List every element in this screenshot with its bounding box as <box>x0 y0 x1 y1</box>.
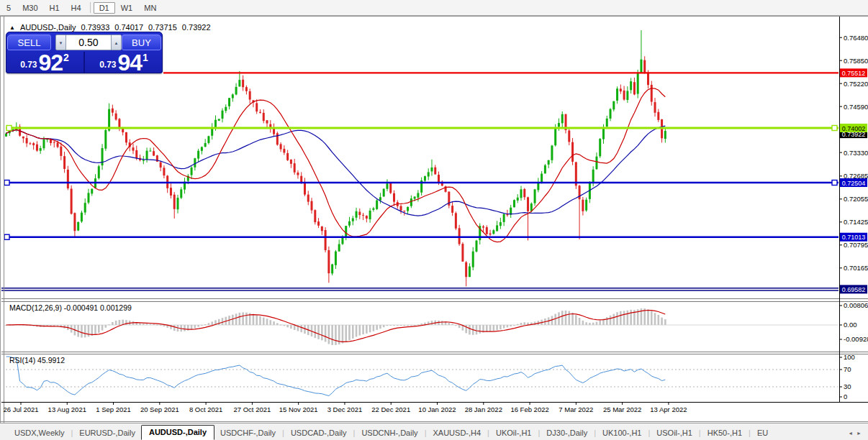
svg-text:26 Jul 2021: 26 Jul 2021 <box>3 405 38 413</box>
svg-text:0.75220: 0.75220 <box>844 80 868 88</box>
svg-text:25 Mar 2022: 25 Mar 2022 <box>603 405 641 413</box>
symbol-tab-USDCNH-Daily[interactable]: USDCNH-,Daily <box>356 426 423 440</box>
symbol-tab-EU[interactable]: EU <box>751 426 774 440</box>
symbol-tab-UK100-H1[interactable]: UK100-,H1 <box>597 426 647 440</box>
svg-text:10 Jan 2022: 10 Jan 2022 <box>418 405 456 413</box>
symbol-tab-UKOil-H1[interactable]: UKOil-,H1 <box>490 426 538 440</box>
svg-text:0.71013: 0.71013 <box>842 234 866 241</box>
svg-text:13 Apr 2022: 13 Apr 2022 <box>650 405 687 413</box>
sell-price-sup: 2 <box>63 52 69 63</box>
svg-text:70: 70 <box>844 365 851 373</box>
buy-button[interactable]: BUY <box>122 35 161 50</box>
svg-text:0.73330: 0.73330 <box>844 149 868 157</box>
svg-text:0.00: 0.00 <box>844 321 857 329</box>
symbol-tab-USDCHF-Daily[interactable]: USDCHF-,Daily <box>214 426 281 440</box>
svg-text:0.72504: 0.72504 <box>842 180 866 187</box>
spread-decrease-button[interactable]: ▼ <box>55 35 66 50</box>
tab-scroll-arrows[interactable]: ◄► <box>848 431 865 436</box>
svg-text:0.74590: 0.74590 <box>844 103 868 111</box>
symbol-tab-USDCAD-Daily[interactable]: USDCAD-,Daily <box>285 426 353 440</box>
one-click-trading-panel: SELL ▼ 0.50 ▲ BUY 0.73 92 2 0.73 94 1 <box>6 32 163 73</box>
triangle-down-icon: ▼ <box>58 41 63 45</box>
svg-text:28 Jan 2022: 28 Jan 2022 <box>465 405 502 413</box>
timeframe-toolbar: 5M30H1H4D1W1MN <box>0 0 868 16</box>
svg-text:MACD(12,26,9) -0.000491 0.0012: MACD(12,26,9) -0.000491 0.001299 <box>9 303 132 312</box>
ohlc-close: 0.73922 <box>182 23 211 32</box>
symbol-tab-HK50-H1[interactable]: HK50-,H1 <box>702 426 748 440</box>
sell-price[interactable]: 0.73 92 2 <box>6 52 83 73</box>
svg-text:0.75512: 0.75512 <box>842 70 866 77</box>
svg-text:0.71425: 0.71425 <box>844 218 868 226</box>
sell-button[interactable]: SELL <box>7 35 51 50</box>
timeframe-button-M30[interactable]: M30 <box>17 2 43 14</box>
svg-text:0.74002: 0.74002 <box>842 125 866 132</box>
svg-text:0.75850: 0.75850 <box>844 57 868 65</box>
symbol-tab-AUDUSD-Daily[interactable]: AUDUSD-,Daily <box>141 425 214 440</box>
buy-price-sup: 1 <box>143 52 148 63</box>
spread-control: ▼ 0.50 ▲ <box>55 35 122 50</box>
toolbar-separator <box>90 2 91 13</box>
svg-text:100: 100 <box>844 353 855 361</box>
svg-text:0.70165: 0.70165 <box>844 264 868 272</box>
svg-text:15 Nov 2021: 15 Nov 2021 <box>279 405 318 413</box>
svg-text:RSI(14) 45.9912: RSI(14) 45.9912 <box>9 356 65 365</box>
symbol-tab-DJ30-Daily[interactable]: DJ30-,Daily <box>541 426 593 440</box>
svg-text:27 Oct 2021: 27 Oct 2021 <box>234 405 271 413</box>
sell-price-prefix: 0.73 <box>20 60 37 70</box>
svg-text:7 Mar 2022: 7 Mar 2022 <box>559 405 593 413</box>
svg-text:3 Dec 2021: 3 Dec 2021 <box>327 405 363 413</box>
svg-text:30: 30 <box>844 382 851 390</box>
svg-text:-0.00928: -0.00928 <box>844 335 868 343</box>
svg-text:0.00806: 0.00806 <box>844 301 868 309</box>
svg-text:0.69582: 0.69582 <box>842 286 866 293</box>
symbol-tab-XAUUSD-H4[interactable]: XAUUSD-,H4 <box>427 426 487 440</box>
chart-window[interactable]: 0.764800.758500.752200.745900.733300.726… <box>0 16 868 423</box>
timeframe-button-D1[interactable]: D1 <box>94 2 115 14</box>
chart-title-row: ▲ AUDUSD-,Daily 0.73933 0.74017 0.73715 … <box>9 23 211 32</box>
svg-text:0.70795: 0.70795 <box>844 241 868 249</box>
buy-price[interactable]: 0.73 94 1 <box>83 52 163 73</box>
svg-text:8 Oct 2021: 8 Oct 2021 <box>189 405 222 413</box>
triangle-up-icon: ▲ <box>114 41 118 45</box>
svg-text:13 Aug 2021: 13 Aug 2021 <box>48 405 86 413</box>
ohlc-low: 0.73715 <box>148 23 177 32</box>
chart-canvas[interactable]: 0.764800.758500.752200.745900.733300.726… <box>0 16 868 423</box>
spread-input[interactable]: 0.50 <box>66 35 111 50</box>
symbol-tab-USOil-H1[interactable]: USOil-,H1 <box>651 426 698 440</box>
svg-text:0: 0 <box>844 393 847 400</box>
symbol-tab-USDX-Weekly[interactable]: USDX,Weekly <box>9 426 70 440</box>
timeframe-button-H1[interactable]: H1 <box>44 2 65 14</box>
timeframe-button-H4[interactable]: H4 <box>65 2 87 14</box>
svg-text:20 Sep 2021: 20 Sep 2021 <box>140 405 179 413</box>
symbol-tab-bar: USDX,Weekly|EURUSD-,DailyAUDUSD-,DailyUS… <box>0 423 868 440</box>
svg-text:1 Sep 2021: 1 Sep 2021 <box>96 405 131 413</box>
sell-price-big: 92 <box>38 53 63 72</box>
ohlc-open: 0.73933 <box>81 23 110 32</box>
buy-price-big: 94 <box>117 53 142 72</box>
svg-text:16 Feb 2022: 16 Feb 2022 <box>510 405 548 413</box>
symbol-arrow-icon: ▲ <box>9 24 15 31</box>
ohlc-high: 0.74017 <box>114 23 143 32</box>
buy-price-prefix: 0.73 <box>99 60 116 70</box>
timeframe-button-5[interactable]: 5 <box>1 2 17 14</box>
svg-text:0.76480: 0.76480 <box>844 34 868 42</box>
symbol-tab-EURUSD-Daily[interactable]: EURUSD-,Daily <box>73 426 141 440</box>
svg-text:22 Dec 2021: 22 Dec 2021 <box>371 405 410 413</box>
svg-text:0.72055: 0.72055 <box>844 195 868 203</box>
chart-symbol-title: AUDUSD-,Daily <box>20 23 76 32</box>
spread-increase-button[interactable]: ▲ <box>111 35 122 50</box>
timeframe-button-W1[interactable]: W1 <box>115 2 139 14</box>
timeframe-button-MN[interactable]: MN <box>138 2 162 14</box>
